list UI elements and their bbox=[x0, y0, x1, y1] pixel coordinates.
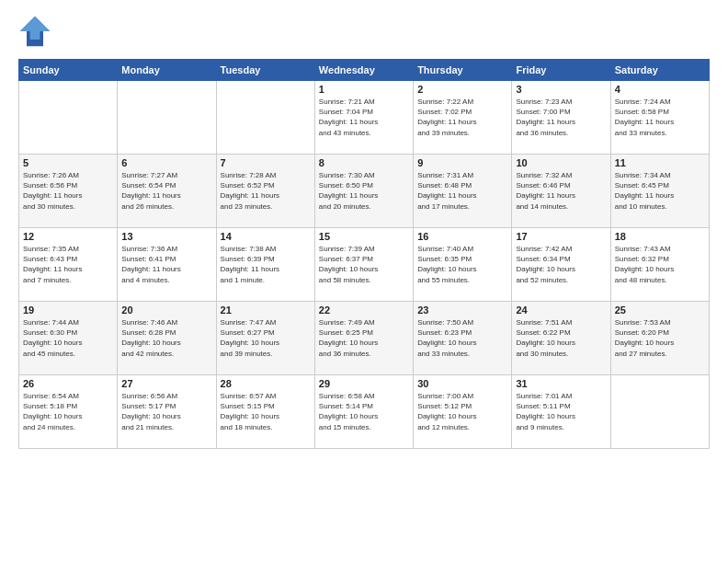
day-info: Sunrise: 7:39 AM Sunset: 6:37 PM Dayligh… bbox=[319, 244, 409, 285]
day-info: Sunrise: 7:26 AM Sunset: 6:56 PM Dayligh… bbox=[23, 170, 113, 212]
day-number: 11 bbox=[615, 157, 705, 168]
calendar-cell: 16Sunrise: 7:40 AM Sunset: 6:35 PM Dayli… bbox=[414, 228, 512, 302]
calendar-cell: 1Sunrise: 7:21 AM Sunset: 7:04 PM Daylig… bbox=[314, 81, 413, 155]
calendar-cell: 30Sunrise: 7:00 AM Sunset: 5:12 PM Dayli… bbox=[414, 375, 512, 449]
day-info: Sunrise: 7:00 AM Sunset: 5:12 PM Dayligh… bbox=[417, 391, 507, 432]
day-info: Sunrise: 6:57 AM Sunset: 5:15 PM Dayligh… bbox=[221, 391, 311, 432]
day-info: Sunrise: 7:23 AM Sunset: 7:00 PM Dayligh… bbox=[516, 97, 606, 138]
day-info: Sunrise: 7:44 AM Sunset: 6:30 PM Dayligh… bbox=[23, 317, 113, 359]
day-info: Sunrise: 7:42 AM Sunset: 6:34 PM Dayligh… bbox=[516, 244, 606, 285]
page-container: SundayMondayTuesdayWednesdayThursdayFrid… bbox=[0, 0, 728, 458]
calendar-cell: 22Sunrise: 7:49 AM Sunset: 6:25 PM Dayli… bbox=[314, 302, 413, 375]
day-info: Sunrise: 7:51 AM Sunset: 6:22 PM Dayligh… bbox=[516, 317, 606, 359]
calendar-cell: 6Sunrise: 7:27 AM Sunset: 6:54 PM Daylig… bbox=[118, 155, 216, 228]
day-info: Sunrise: 7:21 AM Sunset: 7:04 PM Dayligh… bbox=[319, 97, 409, 138]
day-info: Sunrise: 7:36 AM Sunset: 6:41 PM Dayligh… bbox=[121, 244, 211, 285]
svg-marker-1 bbox=[20, 17, 50, 40]
day-info: Sunrise: 7:50 AM Sunset: 6:23 PM Dayligh… bbox=[417, 317, 507, 359]
day-info: Sunrise: 6:56 AM Sunset: 5:17 PM Dayligh… bbox=[121, 391, 211, 432]
calendar-cell: 9Sunrise: 7:31 AM Sunset: 6:48 PM Daylig… bbox=[414, 155, 512, 228]
day-info: Sunrise: 6:54 AM Sunset: 5:18 PM Dayligh… bbox=[23, 391, 113, 432]
calendar-cell bbox=[118, 81, 216, 155]
calendar-cell: 20Sunrise: 7:46 AM Sunset: 6:28 PM Dayli… bbox=[118, 302, 216, 375]
calendar-cell bbox=[19, 81, 118, 155]
calendar-week-row: 12Sunrise: 7:35 AM Sunset: 6:43 PM Dayli… bbox=[19, 228, 710, 302]
day-number: 21 bbox=[221, 304, 311, 316]
calendar-week-row: 5Sunrise: 7:26 AM Sunset: 6:56 PM Daylig… bbox=[19, 155, 710, 228]
day-number: 19 bbox=[23, 304, 113, 316]
calendar-cell: 18Sunrise: 7:43 AM Sunset: 6:32 PM Dayli… bbox=[610, 228, 709, 302]
calendar-cell: 4Sunrise: 7:24 AM Sunset: 6:58 PM Daylig… bbox=[610, 81, 709, 155]
day-number: 8 bbox=[319, 157, 409, 168]
day-number: 20 bbox=[121, 304, 211, 316]
day-number: 9 bbox=[417, 157, 507, 168]
day-number: 3 bbox=[516, 84, 606, 95]
day-number: 28 bbox=[221, 378, 311, 389]
day-number: 16 bbox=[417, 231, 507, 242]
day-info: Sunrise: 7:35 AM Sunset: 6:43 PM Dayligh… bbox=[23, 244, 113, 285]
day-number: 17 bbox=[516, 231, 606, 242]
calendar-cell: 2Sunrise: 7:22 AM Sunset: 7:02 PM Daylig… bbox=[414, 81, 512, 155]
day-number: 31 bbox=[516, 378, 606, 389]
day-number: 7 bbox=[221, 157, 311, 168]
day-number: 14 bbox=[221, 231, 311, 242]
day-info: Sunrise: 7:30 AM Sunset: 6:50 PM Dayligh… bbox=[319, 170, 409, 212]
calendar-cell: 28Sunrise: 6:57 AM Sunset: 5:15 PM Dayli… bbox=[216, 375, 314, 449]
day-info: Sunrise: 7:28 AM Sunset: 6:52 PM Dayligh… bbox=[221, 170, 311, 212]
day-number: 4 bbox=[615, 84, 705, 95]
calendar-cell: 24Sunrise: 7:51 AM Sunset: 6:22 PM Dayli… bbox=[512, 302, 610, 375]
day-number: 27 bbox=[121, 378, 211, 389]
calendar-cell: 21Sunrise: 7:47 AM Sunset: 6:27 PM Dayli… bbox=[216, 302, 314, 375]
calendar-cell: 19Sunrise: 7:44 AM Sunset: 6:30 PM Dayli… bbox=[19, 302, 118, 375]
day-number: 24 bbox=[516, 304, 606, 316]
day-number: 29 bbox=[319, 378, 409, 389]
day-number: 13 bbox=[121, 231, 211, 242]
calendar-cell: 7Sunrise: 7:28 AM Sunset: 6:52 PM Daylig… bbox=[216, 155, 314, 228]
day-number: 23 bbox=[417, 304, 507, 316]
calendar-cell: 17Sunrise: 7:42 AM Sunset: 6:34 PM Dayli… bbox=[512, 228, 610, 302]
day-info: Sunrise: 7:46 AM Sunset: 6:28 PM Dayligh… bbox=[121, 317, 211, 359]
day-number: 2 bbox=[417, 84, 507, 95]
calendar-cell bbox=[216, 81, 314, 155]
day-info: Sunrise: 7:24 AM Sunset: 6:58 PM Dayligh… bbox=[615, 97, 705, 138]
calendar-cell: 11Sunrise: 7:34 AM Sunset: 6:45 PM Dayli… bbox=[610, 155, 709, 228]
calendar-cell: 13Sunrise: 7:36 AM Sunset: 6:41 PM Dayli… bbox=[118, 228, 216, 302]
day-number: 6 bbox=[121, 157, 211, 168]
calendar-cell: 27Sunrise: 6:56 AM Sunset: 5:17 PM Dayli… bbox=[118, 375, 216, 449]
calendar-cell: 29Sunrise: 6:58 AM Sunset: 5:14 PM Dayli… bbox=[314, 375, 413, 449]
weekday-header-thursday: Thursday bbox=[414, 60, 512, 81]
weekday-header-monday: Monday bbox=[118, 60, 216, 81]
day-info: Sunrise: 7:34 AM Sunset: 6:45 PM Dayligh… bbox=[615, 170, 705, 212]
calendar-cell: 25Sunrise: 7:53 AM Sunset: 6:20 PM Dayli… bbox=[610, 302, 709, 375]
day-info: Sunrise: 7:22 AM Sunset: 7:02 PM Dayligh… bbox=[417, 97, 507, 138]
day-info: Sunrise: 7:53 AM Sunset: 6:20 PM Dayligh… bbox=[615, 317, 705, 359]
calendar-cell: 26Sunrise: 6:54 AM Sunset: 5:18 PM Dayli… bbox=[19, 375, 118, 449]
day-number: 5 bbox=[23, 157, 113, 168]
calendar-cell: 12Sunrise: 7:35 AM Sunset: 6:43 PM Dayli… bbox=[19, 228, 118, 302]
calendar-cell: 3Sunrise: 7:23 AM Sunset: 7:00 PM Daylig… bbox=[512, 81, 610, 155]
logo-icon bbox=[18, 15, 51, 48]
day-info: Sunrise: 7:27 AM Sunset: 6:54 PM Dayligh… bbox=[121, 170, 211, 212]
calendar-cell bbox=[610, 375, 709, 449]
day-number: 1 bbox=[319, 84, 409, 95]
calendar-week-row: 1Sunrise: 7:21 AM Sunset: 7:04 PM Daylig… bbox=[19, 81, 710, 155]
day-info: Sunrise: 7:40 AM Sunset: 6:35 PM Dayligh… bbox=[417, 244, 507, 285]
calendar-week-row: 19Sunrise: 7:44 AM Sunset: 6:30 PM Dayli… bbox=[19, 302, 710, 375]
day-number: 25 bbox=[615, 304, 705, 316]
calendar-cell: 14Sunrise: 7:38 AM Sunset: 6:39 PM Dayli… bbox=[216, 228, 314, 302]
day-info: Sunrise: 7:31 AM Sunset: 6:48 PM Dayligh… bbox=[417, 170, 507, 212]
weekday-header-friday: Friday bbox=[512, 60, 610, 81]
weekday-header-row: SundayMondayTuesdayWednesdayThursdayFrid… bbox=[19, 60, 710, 81]
weekday-header-wednesday: Wednesday bbox=[314, 60, 413, 81]
weekday-header-sunday: Sunday bbox=[19, 60, 118, 81]
day-info: Sunrise: 7:43 AM Sunset: 6:32 PM Dayligh… bbox=[615, 244, 705, 285]
day-info: Sunrise: 7:49 AM Sunset: 6:25 PM Dayligh… bbox=[319, 317, 409, 359]
calendar-cell: 31Sunrise: 7:01 AM Sunset: 5:11 PM Dayli… bbox=[512, 375, 610, 449]
day-info: Sunrise: 7:38 AM Sunset: 6:39 PM Dayligh… bbox=[221, 244, 311, 285]
day-number: 18 bbox=[615, 231, 705, 242]
day-info: Sunrise: 7:32 AM Sunset: 6:46 PM Dayligh… bbox=[516, 170, 606, 212]
calendar-cell: 15Sunrise: 7:39 AM Sunset: 6:37 PM Dayli… bbox=[314, 228, 413, 302]
calendar-cell: 5Sunrise: 7:26 AM Sunset: 6:56 PM Daylig… bbox=[19, 155, 118, 228]
logo bbox=[18, 15, 57, 48]
calendar-week-row: 26Sunrise: 6:54 AM Sunset: 5:18 PM Dayli… bbox=[19, 375, 710, 449]
